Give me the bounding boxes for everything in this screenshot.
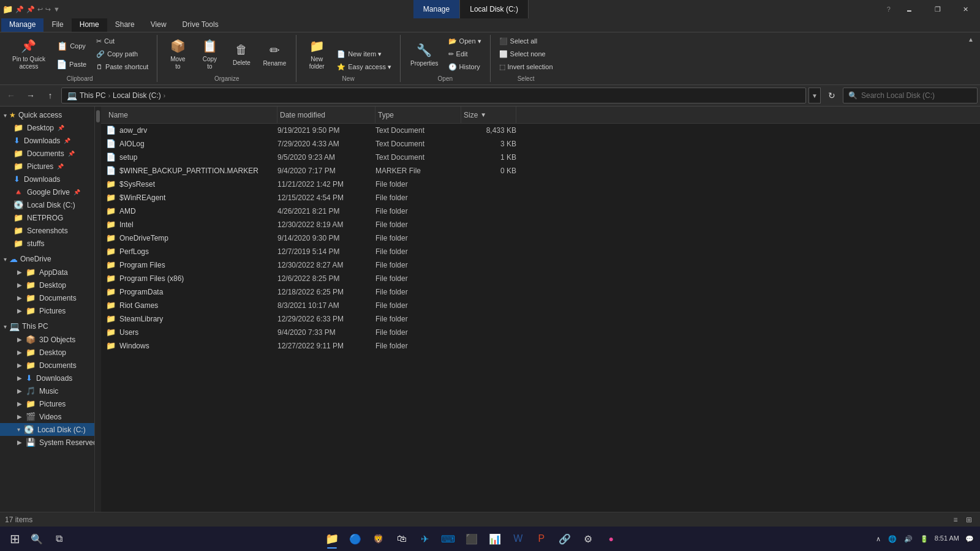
search-input[interactable]: [861, 91, 972, 100]
copy-path-button[interactable]: 🔗 Copy path: [92, 48, 152, 60]
sidebar-item-googledrive-qa[interactable]: 🔺 Google Drive 📌: [0, 186, 94, 198]
file-row[interactable]: 📁 $WinREAgent 12/15/2022 4:54 PM File fo…: [101, 191, 980, 204]
column-type[interactable]: Type: [375, 107, 461, 123]
taskbar-brave[interactable]: 🦁: [368, 528, 390, 550]
column-size[interactable]: Size ▼: [461, 107, 516, 123]
taskbar-excel[interactable]: 📊: [484, 528, 506, 550]
taskbar-misc2[interactable]: ⚙: [577, 528, 599, 550]
battery-icon[interactable]: 🔋: [919, 534, 930, 544]
file-row[interactable]: 📁 $SysReset 11/21/2022 1:42 PM File fold…: [101, 178, 980, 191]
tray-up-arrow[interactable]: ∧: [875, 534, 882, 544]
sidebar-item-documents-qa[interactable]: 📁 Documents 📌: [0, 147, 94, 160]
breadcrumb-local-disk[interactable]: Local Disk (C:): [113, 91, 161, 100]
network-icon[interactable]: 🌐: [887, 534, 898, 544]
select-all-button[interactable]: ⬛ Select all: [496, 35, 557, 47]
breadcrumb-this-pc[interactable]: This PC: [80, 91, 106, 100]
taskbar-misc1[interactable]: 🔗: [554, 528, 576, 550]
search-bar[interactable]: 🔍: [843, 88, 978, 103]
sidebar-item-localc-pc[interactable]: ▾ 💽 Local Disk (C:): [0, 423, 94, 436]
restore-button[interactable]: ❐: [924, 0, 952, 18]
file-row[interactable]: 📁 Windows 12/27/2022 9:11 PM File folder: [101, 339, 980, 353]
notification-icon[interactable]: 💬: [964, 534, 975, 544]
sidebar-item-pictures-od[interactable]: ▶ 📁 Pictures: [0, 304, 94, 317]
file-row[interactable]: 📁 SteamLibrary 12/29/2022 6:33 PM File f…: [101, 312, 980, 326]
minimize-button[interactable]: 🗕: [895, 0, 924, 18]
sidebar-item-videos-pc[interactable]: ▶ 🎬 Videos: [0, 410, 94, 423]
title-manage-tab[interactable]: Manage: [413, 0, 460, 18]
sidebar-item-documents-od[interactable]: ▶ 📁 Documents: [0, 291, 94, 304]
ribbon-expand-icon[interactable]: ▲: [968, 36, 974, 43]
sidebar-item-documents-pc[interactable]: ▶ 📁 Documents: [0, 359, 94, 372]
invert-selection-button[interactable]: ⬚ Invert selection: [496, 61, 557, 73]
file-row[interactable]: 📄 aow_drv 9/19/2021 9:50 PM Text Documen…: [101, 124, 980, 137]
search-button[interactable]: 🔍: [27, 529, 47, 549]
ribbon-tab-view[interactable]: View: [143, 18, 175, 32]
new-folder-button[interactable]: 📁 Newfolder: [301, 36, 332, 73]
ribbon-tab-file[interactable]: File: [43, 18, 71, 32]
delete-button[interactable]: 🗑 Delete: [226, 36, 257, 73]
file-row[interactable]: 📄 setup 9/5/2020 9:23 AM Text Document 1…: [101, 151, 980, 164]
file-row[interactable]: 📄 AIOLog 7/29/2020 4:33 AM Text Document…: [101, 137, 980, 151]
file-row[interactable]: 📄 $WINRE_BACKUP_PARTITION.MARKER 9/4/202…: [101, 164, 980, 178]
sidebar-item-netprog-qa[interactable]: 📁 NETPROG: [0, 211, 94, 224]
history-button[interactable]: 🕐 History: [445, 61, 485, 73]
sidebar-item-system-reserved[interactable]: ▶ 💾 System Reserved: [0, 436, 94, 449]
refresh-button[interactable]: ↻: [823, 87, 840, 104]
taskbar-terminal[interactable]: ⬛: [461, 528, 483, 550]
taskbar-powerpoint[interactable]: P: [530, 528, 552, 550]
file-row[interactable]: 📁 PerfLogs 12/7/2019 5:14 PM File folder: [101, 245, 980, 258]
start-button[interactable]: ⊞: [5, 529, 24, 549]
task-view-button[interactable]: ⧉: [49, 529, 69, 549]
copy-to-button[interactable]: 📋 Copyto: [194, 36, 225, 73]
taskbar-word[interactable]: W: [507, 528, 529, 550]
sidebar-item-3d-objects[interactable]: ▶ 📦 3D Objects: [0, 333, 94, 346]
file-row[interactable]: 📁 ProgramData 12/18/2022 6:25 PM File fo…: [101, 285, 980, 299]
sidebar-item-stuffs-qa[interactable]: 📁 stuffs: [0, 237, 94, 250]
details-view-button[interactable]: ≡: [949, 514, 962, 525]
file-row[interactable]: 📁 Intel 12/30/2022 8:19 AM File folder: [101, 218, 980, 231]
sidebar-item-appdata-od[interactable]: ▶ 📁 AppData: [0, 266, 94, 279]
quick-access-header[interactable]: ▾ ★ Quick access: [0, 109, 94, 121]
address-bar[interactable]: 💻 This PC › Local Disk (C:) ›: [61, 88, 806, 103]
close-button[interactable]: ✕: [952, 0, 980, 18]
column-name[interactable]: Name: [106, 107, 277, 123]
back-button[interactable]: ←: [2, 87, 20, 104]
file-row[interactable]: 📁 AMD 4/26/2021 8:21 PM File folder: [101, 204, 980, 218]
speaker-icon[interactable]: 🔊: [903, 534, 914, 544]
ribbon-tab-drive-tools[interactable]: Drive Tools: [175, 18, 227, 32]
edit-button[interactable]: ✏ Edit: [445, 48, 485, 60]
taskbar-telegram[interactable]: ✈: [414, 528, 436, 550]
file-row[interactable]: 📁 Program Files 12/30/2022 8:27 AM File …: [101, 258, 980, 272]
taskbar-file-explorer[interactable]: 📁: [321, 528, 343, 550]
sidebar-item-localc-qa[interactable]: 💽 Local Disk (C:): [0, 198, 94, 211]
rename-button[interactable]: ✏ Rename: [258, 36, 291, 73]
sidebar-item-pictures-qa[interactable]: 📁 Pictures 📌: [0, 160, 94, 173]
sidebar-scrollbar[interactable]: [96, 110, 100, 122]
sidebar-item-desktop-pc[interactable]: ▶ 📁 Desktop: [0, 346, 94, 359]
paste-shortcut-button[interactable]: 🗒 Paste shortcut: [92, 61, 152, 73]
sidebar-item-desktop-qa[interactable]: 📁 Desktop 📌: [0, 121, 94, 134]
taskbar-chrome[interactable]: 🔵: [344, 528, 366, 550]
cut-button[interactable]: ✂ Cut: [92, 35, 152, 47]
easy-access-button[interactable]: ⭐ Easy access ▾: [333, 61, 395, 73]
file-row[interactable]: 📁 Program Files (x86) 12/6/2022 8:25 PM …: [101, 272, 980, 285]
up-button[interactable]: ↑: [42, 87, 59, 104]
address-dropdown-button[interactable]: ▼: [809, 88, 821, 103]
select-none-button[interactable]: ⬜ Select none: [496, 48, 557, 60]
properties-button[interactable]: 🔧 Properties: [405, 36, 443, 73]
column-modified[interactable]: Date modified: [277, 107, 375, 123]
taskbar-store[interactable]: 🛍: [391, 528, 413, 550]
ribbon-tab-home[interactable]: Home: [72, 18, 107, 32]
ribbon-tab-share[interactable]: Share: [107, 18, 143, 32]
copy-button[interactable]: 📋 Copy: [51, 37, 91, 55]
onedrive-header[interactable]: ▾ ☁ OneDrive: [0, 252, 94, 266]
sidebar-item-downloads-qa[interactable]: ⬇ Downloads 📌: [0, 134, 94, 147]
sidebar-item-downloads-pc[interactable]: ▶ ⬇ Downloads: [0, 372, 94, 384]
paste-button[interactable]: 📄 Paste: [51, 56, 91, 73]
sidebar-item-music-pc[interactable]: ▶ 🎵 Music: [0, 384, 94, 397]
ribbon-tab-manage[interactable]: Manage: [1, 18, 43, 32]
sidebar-item-desktop-od[interactable]: ▶ 📁 Desktop: [0, 279, 94, 291]
taskbar-vscode[interactable]: ⌨: [437, 528, 459, 550]
taskbar-misc3[interactable]: ●: [600, 528, 622, 550]
sidebar-item-pictures-pc[interactable]: ▶ 📁 Pictures: [0, 397, 94, 410]
